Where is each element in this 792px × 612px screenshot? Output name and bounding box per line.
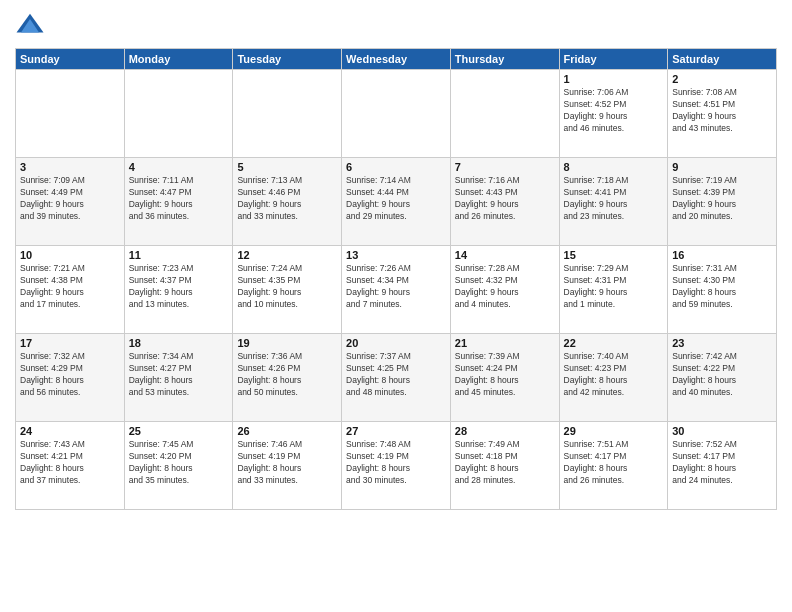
day-number: 9: [672, 161, 772, 173]
weekday-header-saturday: Saturday: [668, 49, 777, 70]
day-number: 27: [346, 425, 446, 437]
calendar-cell: 22Sunrise: 7:40 AMSunset: 4:23 PMDayligh…: [559, 334, 668, 422]
day-number: 7: [455, 161, 555, 173]
day-number: 10: [20, 249, 120, 261]
day-info: Sunrise: 7:45 AMSunset: 4:20 PMDaylight:…: [129, 439, 229, 487]
calendar-cell: 25Sunrise: 7:45 AMSunset: 4:20 PMDayligh…: [124, 422, 233, 510]
weekday-header-row: SundayMondayTuesdayWednesdayThursdayFrid…: [16, 49, 777, 70]
calendar-cell: 12Sunrise: 7:24 AMSunset: 4:35 PMDayligh…: [233, 246, 342, 334]
week-row-1: 3Sunrise: 7:09 AMSunset: 4:49 PMDaylight…: [16, 158, 777, 246]
weekday-header-tuesday: Tuesday: [233, 49, 342, 70]
calendar-cell: 20Sunrise: 7:37 AMSunset: 4:25 PMDayligh…: [342, 334, 451, 422]
day-info: Sunrise: 7:36 AMSunset: 4:26 PMDaylight:…: [237, 351, 337, 399]
weekday-header-thursday: Thursday: [450, 49, 559, 70]
day-info: Sunrise: 7:37 AMSunset: 4:25 PMDaylight:…: [346, 351, 446, 399]
weekday-header-sunday: Sunday: [16, 49, 125, 70]
calendar-cell: 28Sunrise: 7:49 AMSunset: 4:18 PMDayligh…: [450, 422, 559, 510]
day-number: 30: [672, 425, 772, 437]
calendar-cell: 7Sunrise: 7:16 AMSunset: 4:43 PMDaylight…: [450, 158, 559, 246]
day-info: Sunrise: 7:23 AMSunset: 4:37 PMDaylight:…: [129, 263, 229, 311]
calendar-cell: 13Sunrise: 7:26 AMSunset: 4:34 PMDayligh…: [342, 246, 451, 334]
day-info: Sunrise: 7:09 AMSunset: 4:49 PMDaylight:…: [20, 175, 120, 223]
weekday-header-friday: Friday: [559, 49, 668, 70]
day-info: Sunrise: 7:28 AMSunset: 4:32 PMDaylight:…: [455, 263, 555, 311]
day-number: 22: [564, 337, 664, 349]
day-info: Sunrise: 7:32 AMSunset: 4:29 PMDaylight:…: [20, 351, 120, 399]
day-number: 8: [564, 161, 664, 173]
day-number: 20: [346, 337, 446, 349]
day-number: 11: [129, 249, 229, 261]
calendar-cell: 15Sunrise: 7:29 AMSunset: 4:31 PMDayligh…: [559, 246, 668, 334]
day-number: 12: [237, 249, 337, 261]
weekday-header-monday: Monday: [124, 49, 233, 70]
day-number: 15: [564, 249, 664, 261]
calendar-cell: 3Sunrise: 7:09 AMSunset: 4:49 PMDaylight…: [16, 158, 125, 246]
calendar-cell: [16, 70, 125, 158]
page: SundayMondayTuesdayWednesdayThursdayFrid…: [0, 0, 792, 612]
day-number: 23: [672, 337, 772, 349]
calendar-cell: 9Sunrise: 7:19 AMSunset: 4:39 PMDaylight…: [668, 158, 777, 246]
calendar-cell: 11Sunrise: 7:23 AMSunset: 4:37 PMDayligh…: [124, 246, 233, 334]
day-number: 2: [672, 73, 772, 85]
day-info: Sunrise: 7:39 AMSunset: 4:24 PMDaylight:…: [455, 351, 555, 399]
calendar-cell: 29Sunrise: 7:51 AMSunset: 4:17 PMDayligh…: [559, 422, 668, 510]
week-row-0: 1Sunrise: 7:06 AMSunset: 4:52 PMDaylight…: [16, 70, 777, 158]
day-info: Sunrise: 7:51 AMSunset: 4:17 PMDaylight:…: [564, 439, 664, 487]
calendar-cell: 8Sunrise: 7:18 AMSunset: 4:41 PMDaylight…: [559, 158, 668, 246]
day-info: Sunrise: 7:14 AMSunset: 4:44 PMDaylight:…: [346, 175, 446, 223]
day-info: Sunrise: 7:31 AMSunset: 4:30 PMDaylight:…: [672, 263, 772, 311]
calendar-cell: [450, 70, 559, 158]
calendar-cell: 2Sunrise: 7:08 AMSunset: 4:51 PMDaylight…: [668, 70, 777, 158]
day-info: Sunrise: 7:34 AMSunset: 4:27 PMDaylight:…: [129, 351, 229, 399]
day-info: Sunrise: 7:08 AMSunset: 4:51 PMDaylight:…: [672, 87, 772, 135]
day-number: 16: [672, 249, 772, 261]
day-number: 1: [564, 73, 664, 85]
day-number: 24: [20, 425, 120, 437]
day-info: Sunrise: 7:21 AMSunset: 4:38 PMDaylight:…: [20, 263, 120, 311]
calendar-cell: 24Sunrise: 7:43 AMSunset: 4:21 PMDayligh…: [16, 422, 125, 510]
day-number: 4: [129, 161, 229, 173]
day-info: Sunrise: 7:42 AMSunset: 4:22 PMDaylight:…: [672, 351, 772, 399]
day-number: 14: [455, 249, 555, 261]
day-info: Sunrise: 7:52 AMSunset: 4:17 PMDaylight:…: [672, 439, 772, 487]
calendar-cell: [124, 70, 233, 158]
day-number: 29: [564, 425, 664, 437]
day-info: Sunrise: 7:49 AMSunset: 4:18 PMDaylight:…: [455, 439, 555, 487]
calendar-cell: 10Sunrise: 7:21 AMSunset: 4:38 PMDayligh…: [16, 246, 125, 334]
day-number: 28: [455, 425, 555, 437]
calendar-cell: 4Sunrise: 7:11 AMSunset: 4:47 PMDaylight…: [124, 158, 233, 246]
day-number: 6: [346, 161, 446, 173]
day-info: Sunrise: 7:19 AMSunset: 4:39 PMDaylight:…: [672, 175, 772, 223]
day-info: Sunrise: 7:29 AMSunset: 4:31 PMDaylight:…: [564, 263, 664, 311]
weekday-header-wednesday: Wednesday: [342, 49, 451, 70]
day-number: 19: [237, 337, 337, 349]
day-info: Sunrise: 7:11 AMSunset: 4:47 PMDaylight:…: [129, 175, 229, 223]
day-info: Sunrise: 7:43 AMSunset: 4:21 PMDaylight:…: [20, 439, 120, 487]
week-row-4: 24Sunrise: 7:43 AMSunset: 4:21 PMDayligh…: [16, 422, 777, 510]
day-info: Sunrise: 7:16 AMSunset: 4:43 PMDaylight:…: [455, 175, 555, 223]
week-row-2: 10Sunrise: 7:21 AMSunset: 4:38 PMDayligh…: [16, 246, 777, 334]
day-info: Sunrise: 7:18 AMSunset: 4:41 PMDaylight:…: [564, 175, 664, 223]
calendar-cell: 27Sunrise: 7:48 AMSunset: 4:19 PMDayligh…: [342, 422, 451, 510]
calendar: SundayMondayTuesdayWednesdayThursdayFrid…: [15, 48, 777, 510]
calendar-cell: 30Sunrise: 7:52 AMSunset: 4:17 PMDayligh…: [668, 422, 777, 510]
calendar-cell: 1Sunrise: 7:06 AMSunset: 4:52 PMDaylight…: [559, 70, 668, 158]
day-number: 13: [346, 249, 446, 261]
day-number: 26: [237, 425, 337, 437]
day-number: 18: [129, 337, 229, 349]
day-number: 5: [237, 161, 337, 173]
calendar-cell: 16Sunrise: 7:31 AMSunset: 4:30 PMDayligh…: [668, 246, 777, 334]
logo-icon: [15, 10, 45, 40]
day-info: Sunrise: 7:40 AMSunset: 4:23 PMDaylight:…: [564, 351, 664, 399]
calendar-cell: 26Sunrise: 7:46 AMSunset: 4:19 PMDayligh…: [233, 422, 342, 510]
calendar-cell: 23Sunrise: 7:42 AMSunset: 4:22 PMDayligh…: [668, 334, 777, 422]
calendar-cell: 18Sunrise: 7:34 AMSunset: 4:27 PMDayligh…: [124, 334, 233, 422]
day-info: Sunrise: 7:26 AMSunset: 4:34 PMDaylight:…: [346, 263, 446, 311]
day-info: Sunrise: 7:06 AMSunset: 4:52 PMDaylight:…: [564, 87, 664, 135]
day-number: 3: [20, 161, 120, 173]
logo: [15, 10, 49, 40]
calendar-cell: 19Sunrise: 7:36 AMSunset: 4:26 PMDayligh…: [233, 334, 342, 422]
day-info: Sunrise: 7:46 AMSunset: 4:19 PMDaylight:…: [237, 439, 337, 487]
calendar-cell: 5Sunrise: 7:13 AMSunset: 4:46 PMDaylight…: [233, 158, 342, 246]
day-number: 17: [20, 337, 120, 349]
